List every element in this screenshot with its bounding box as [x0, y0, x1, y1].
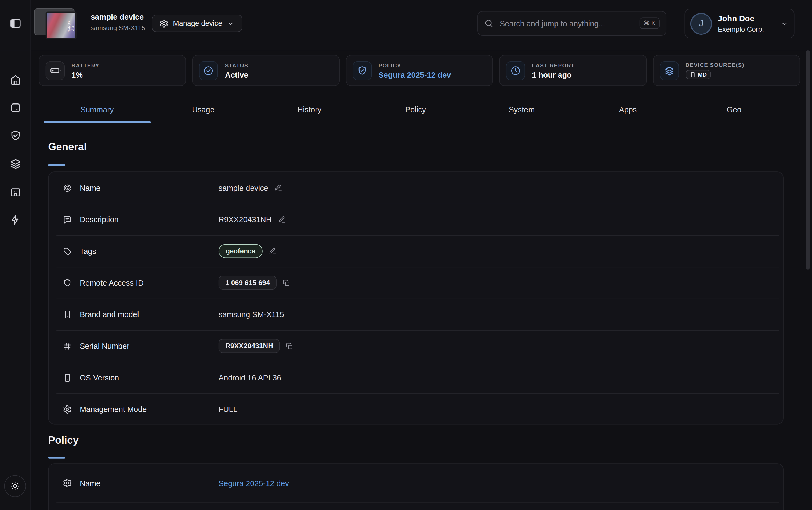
user-org: Exemplo Corp.	[718, 25, 775, 33]
tablet-icon	[690, 71, 696, 77]
policy-value-link[interactable]: Segura 2025-12 dev	[378, 70, 451, 79]
user-info: John Doe Exemplo Corp.	[718, 14, 775, 33]
tag-icon	[63, 247, 72, 256]
zap-icon[interactable]	[9, 214, 22, 226]
tab-apps[interactable]: Apps	[575, 96, 681, 123]
tablet-icon	[63, 310, 72, 319]
layers-icon	[660, 61, 679, 80]
row-label: Name	[80, 183, 218, 192]
user-menu[interactable]: J John Doe Exemplo Corp.	[685, 9, 794, 38]
edit-icon[interactable]	[277, 215, 286, 224]
devices-icon[interactable]	[9, 102, 22, 114]
avatar: J	[690, 12, 712, 34]
description-value: R9XX20431NH	[218, 215, 272, 224]
edit-icon[interactable]	[274, 183, 283, 192]
row-label: Remote Access ID	[80, 278, 218, 287]
device-title-block: sample device samsung SM-X115	[90, 12, 145, 31]
policy-card: POLICY Segura 2025-12 dev	[346, 55, 493, 86]
vertical-scrollbar[interactable]	[806, 50, 810, 270]
manage-device-label: Manage device	[173, 19, 222, 27]
edit-icon[interactable]	[268, 247, 277, 256]
top-header: Tab A7 Lite sample device samsung SM-X11…	[31, 0, 812, 50]
policy-card-section: Name Segura 2025-12 dev	[48, 463, 784, 510]
table-row-remote-access-id: Remote Access ID 1 069 615 694	[49, 267, 783, 299]
home-icon[interactable]	[9, 74, 22, 86]
shield-icon	[63, 278, 72, 287]
battery-low-icon	[46, 61, 65, 80]
manage-device-button[interactable]: Manage device	[152, 15, 242, 32]
shield-check-icon[interactable]	[9, 130, 22, 142]
general-accent-bar	[48, 164, 65, 166]
building-icon[interactable]	[9, 186, 22, 198]
tab-system[interactable]: System	[469, 96, 575, 123]
device-thumbnail-screen: Tab A7 Lite	[46, 11, 77, 39]
table-row-serial-number: Serial Number R9XX20431NH	[49, 330, 783, 362]
main-content: BATTERY 1% STATUS Active	[31, 50, 812, 510]
tab-bar: Summary Usage History Policy System Apps…	[44, 96, 787, 123]
copy-icon[interactable]	[282, 279, 291, 287]
hash-icon	[63, 341, 72, 351]
device-source-badge-text: MD	[698, 71, 707, 77]
tab-summary[interactable]: Summary	[44, 96, 150, 123]
user-name: John Doe	[718, 14, 775, 23]
check-circle-icon	[199, 61, 218, 80]
gear-icon	[159, 19, 168, 28]
device-subtitle: samsung SM-X115	[90, 24, 145, 32]
search-icon	[484, 19, 493, 28]
chevron-down-icon	[780, 19, 789, 28]
status-label: STATUS	[225, 62, 248, 68]
last-report-label: LAST REPORT	[532, 62, 575, 68]
management-mode-value: FULL	[218, 405, 238, 414]
policy-accent-bar	[48, 456, 65, 459]
tab-geo[interactable]: Geo	[681, 96, 787, 123]
tablet-icon	[63, 373, 72, 382]
global-search[interactable]: ⌘ K	[477, 11, 666, 36]
device-thumbnail-label: Tab A7 Lite	[68, 19, 74, 31]
name-value: sample device	[218, 183, 268, 192]
battery-value: 1%	[71, 70, 99, 79]
active-tab-underline	[44, 121, 151, 123]
row-label: Serial Number	[80, 342, 218, 350]
copy-icon[interactable]	[285, 342, 294, 350]
policy-section-title: Policy	[48, 434, 79, 446]
gear-icon	[63, 478, 72, 488]
chevron-down-icon	[227, 19, 235, 27]
status-cards-row: BATTERY 1% STATUS Active	[39, 55, 800, 86]
search-input[interactable]	[500, 19, 633, 28]
table-row-management-mode: Management Mode FULL	[49, 393, 783, 425]
last-report-value: 1 hour ago	[532, 70, 575, 79]
table-row-policy-name: Name Segura 2025-12 dev	[49, 464, 783, 502]
gear-icon	[63, 404, 72, 414]
sidebar	[0, 0, 31, 510]
row-label: Management Mode	[80, 405, 218, 414]
row-label: Description	[80, 215, 218, 224]
table-row-os-version: OS Version Android 16 API 36	[49, 362, 783, 393]
battery-label: BATTERY	[71, 62, 99, 68]
device-title: sample device	[90, 12, 145, 21]
status-value: Active	[225, 70, 248, 79]
table-row-brand-model: Brand and model samsung SM-X115	[49, 299, 783, 330]
serial-number-chip: R9XX20431NH	[218, 339, 280, 353]
device-summary-page: Tab A7 Lite sample device samsung SM-X11…	[0, 0, 812, 510]
policy-label: POLICY	[378, 62, 451, 68]
brand-model-value: samsung SM-X115	[218, 310, 284, 319]
clock-icon	[506, 61, 525, 80]
tab-policy[interactable]: Policy	[362, 96, 469, 123]
general-section-title: General	[48, 141, 87, 153]
tag-geofence[interactable]: geofence	[218, 244, 263, 258]
theme-toggle-button[interactable]	[4, 475, 26, 497]
panel-toggle-icon[interactable]	[9, 17, 22, 30]
tab-history[interactable]: History	[257, 96, 362, 123]
table-row-name: Name sample device	[49, 172, 783, 204]
header-divider	[0, 50, 812, 50]
layers-icon[interactable]	[9, 158, 22, 170]
tab-usage[interactable]: Usage	[150, 96, 256, 123]
table-row-description: Description R9XX20431NH	[49, 204, 783, 235]
row-label: OS Version	[80, 373, 218, 382]
device-sources-card: DEVICE SOURCE(S) MD	[653, 55, 800, 86]
row-label: Brand and model	[80, 310, 218, 319]
fingerprint-icon	[63, 183, 72, 193]
table-row-tags: Tags geofence	[49, 235, 783, 267]
device-source-badge: MD	[686, 69, 711, 79]
policy-name-link[interactable]: Segura 2025-12 dev	[218, 479, 289, 487]
